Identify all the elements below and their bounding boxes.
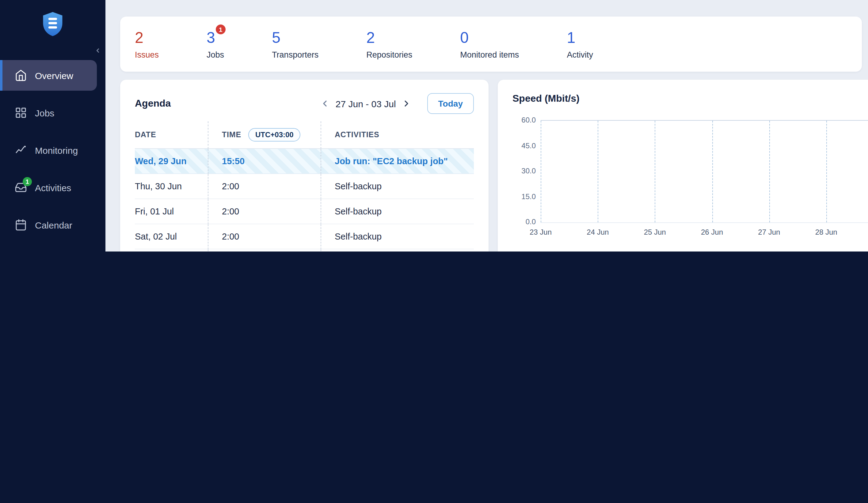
- shield-logo-icon: [41, 11, 64, 38]
- agenda-row-time[interactable]: 15:50: [208, 149, 321, 174]
- stat-label: Jobs: [207, 50, 224, 60]
- agenda-row-time: 2:00: [208, 249, 321, 251]
- column-header-activities: ACTIVITIES: [321, 121, 474, 149]
- app-window: Overview Jobs Monitoring 1 Activities: [0, 0, 868, 251]
- x-tick-label: 27 Jun: [758, 228, 780, 237]
- stat-value: 2: [135, 29, 143, 46]
- stat-value: 2: [366, 29, 375, 46]
- chevron-left-icon: [94, 47, 101, 54]
- time-header-label: TIME: [222, 130, 241, 139]
- agenda-title: Agenda: [135, 98, 319, 109]
- y-tick-label: 15.0: [513, 192, 536, 201]
- y-tick-label: 30.0: [513, 167, 536, 175]
- agenda-row-time: 2:00: [208, 224, 321, 249]
- agenda-row-date: Sun, 03 Jul: [135, 249, 208, 251]
- sidebar-item-monitoring[interactable]: Monitoring: [0, 135, 105, 165]
- stat-value: 5: [272, 29, 280, 46]
- gridline: [598, 121, 598, 222]
- x-tick-label: 24 Jun: [587, 228, 609, 237]
- agenda-row-activity: Self-backup: [321, 199, 474, 224]
- agenda-row-date: Sat, 02 Jul: [135, 224, 208, 249]
- sidebar-item-label: Calendar: [35, 220, 72, 230]
- gridline: [769, 121, 769, 222]
- today-button[interactable]: Today: [427, 93, 474, 114]
- x-tick-label: 25 Jun: [644, 228, 666, 237]
- activities-inbox-icon: 1: [15, 181, 27, 193]
- speed-title: Speed (Mbit/s): [513, 93, 580, 104]
- monitoring-icon: [15, 144, 27, 156]
- agenda-row-activity: Self-backup: [321, 174, 474, 199]
- sidebar-item-label: Activities: [35, 182, 71, 193]
- stat-label: Transporters: [272, 50, 319, 60]
- app-logo: [0, 0, 105, 38]
- sidebar-item-jobs[interactable]: Jobs: [0, 97, 105, 128]
- stat-repositories[interactable]: 2 Repositories: [366, 29, 412, 60]
- agenda-row-date: Fri, 01 Jul: [135, 199, 208, 224]
- sidebar-nav: Overview Jobs Monitoring 1 Activities: [0, 60, 105, 251]
- agenda-table: DATE TIME UTC+03:00 ACTIVITIES Wed, 29 J…: [135, 121, 474, 251]
- sidebar-collapse-button[interactable]: [93, 45, 102, 57]
- x-tick-label: 26 Jun: [701, 228, 723, 237]
- stat-transporters[interactable]: 5 Transporters: [272, 29, 319, 60]
- gridline: [541, 121, 541, 222]
- main-content: 2 Issues 3 1 Jobs 5 Transporters 2 Repos…: [105, 0, 868, 251]
- gridline: [655, 121, 655, 222]
- agenda-row-activity: Self-backup: [321, 249, 474, 251]
- stat-monitored-items[interactable]: 0 Monitored items: [460, 29, 519, 60]
- stat-label: Repositories: [366, 50, 412, 60]
- agenda-date-range: 27 Jun - 03 Jul: [335, 98, 396, 109]
- sidebar-item-label: Jobs: [35, 107, 54, 118]
- stat-value: 0: [460, 29, 469, 46]
- chevron-left-icon: [320, 99, 330, 108]
- timezone-pill[interactable]: UTC+03:00: [249, 128, 300, 142]
- column-header-date: DATE: [135, 121, 208, 149]
- agenda-panel: Agenda 27 Jun - 03 Jul Today DATE TIME U…: [120, 80, 488, 251]
- y-tick-label: 45.0: [513, 141, 536, 150]
- speed-plot-area: 23 Jun 24 Jun 25 Jun 26 Jun 27 Jun 28 Ju…: [541, 120, 868, 223]
- sidebar-item-activities[interactable]: 1 Activities: [0, 172, 105, 203]
- stat-label: Monitored items: [460, 50, 519, 60]
- stat-value: 3: [207, 29, 215, 46]
- stat-label: Activity: [567, 50, 593, 60]
- agenda-next-week-button[interactable]: [400, 97, 413, 110]
- agenda-row-time: 2:00: [208, 174, 321, 199]
- home-icon: [15, 69, 27, 82]
- stat-activity[interactable]: 1 Activity: [567, 29, 593, 60]
- calendar-icon: [15, 219, 27, 231]
- stat-issues[interactable]: 2 Issues: [135, 29, 159, 60]
- speed-panel: Speed (Mbit/s) 60.0 45.0 30.0 15.0 0.0: [498, 80, 868, 251]
- chevron-right-icon: [402, 99, 411, 108]
- sidebar-item-label: Overview: [35, 70, 73, 81]
- agenda-row-date: Thu, 30 Jun: [135, 174, 208, 199]
- stat-jobs[interactable]: 3 1 Jobs: [207, 29, 224, 60]
- summary-stats-bar: 2 Issues 3 1 Jobs 5 Transporters 2 Repos…: [120, 17, 862, 72]
- agenda-row-activity: Self-backup: [321, 224, 474, 249]
- y-tick-label: 60.0: [513, 116, 536, 124]
- speed-chart: 60.0 45.0 30.0 15.0 0.0: [513, 120, 868, 243]
- agenda-prev-week-button[interactable]: [319, 97, 331, 110]
- sidebar-item-search[interactable]: Search: [0, 247, 105, 251]
- x-tick-label: 28 Jun: [815, 228, 837, 237]
- sidebar: Overview Jobs Monitoring 1 Activities: [0, 0, 105, 251]
- agenda-row-time: 2:00: [208, 199, 321, 224]
- sidebar-item-overview[interactable]: Overview: [0, 60, 97, 91]
- agenda-row-activity-link[interactable]: Job run: "EC2 backup job": [321, 149, 474, 174]
- jobs-grid-icon: [15, 107, 27, 119]
- agenda-row-date[interactable]: Wed, 29 Jun: [135, 149, 208, 174]
- sidebar-item-calendar[interactable]: Calendar: [0, 210, 105, 240]
- x-tick-label: 23 Jun: [530, 228, 552, 237]
- gridline: [712, 121, 713, 222]
- stat-label: Issues: [135, 50, 159, 60]
- activities-count-badge: 1: [23, 177, 32, 186]
- gridline: [826, 121, 827, 222]
- stat-value: 1: [567, 29, 575, 46]
- column-header-time: TIME UTC+03:00: [208, 121, 321, 149]
- jobs-alert-badge: 1: [216, 24, 226, 34]
- y-tick-label: 0.0: [513, 218, 536, 226]
- sidebar-item-label: Monitoring: [35, 145, 78, 155]
